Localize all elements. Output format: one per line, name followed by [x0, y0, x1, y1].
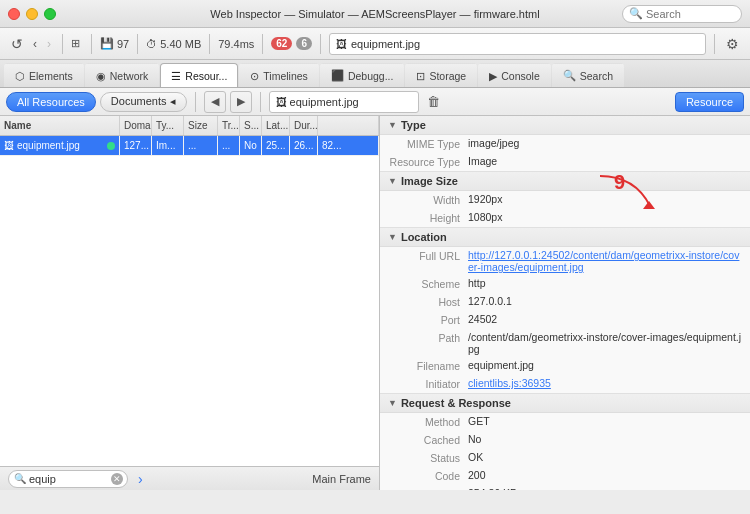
- tab-storage[interactable]: ⊡ Storage: [405, 63, 477, 87]
- tab-network[interactable]: ◉ Network: [85, 63, 160, 87]
- row-height: Height 1080px: [380, 209, 750, 227]
- section-location-header[interactable]: ▼ Location: [380, 228, 750, 247]
- tab-timelines[interactable]: ⊙ Timelines: [239, 63, 319, 87]
- delete-btn[interactable]: 🗑: [427, 94, 440, 109]
- separator3: [137, 34, 138, 54]
- section-image-size: ▼ Image Size Width 1920px Height 1080px: [380, 172, 750, 228]
- cell-status: No: [240, 136, 262, 155]
- cell-rest: 82...: [318, 136, 379, 155]
- row-encoded: Encoded 254.36 KB: [380, 485, 750, 490]
- table-body: 🖼 equipment.jpg 127... Im... ... ... No …: [0, 136, 379, 466]
- prev-btn[interactable]: ◀: [204, 91, 226, 113]
- col-transferred: Tr...: [218, 116, 240, 135]
- table-header: Name Doma... Ty... Size Tr... S... Lat..…: [0, 116, 379, 136]
- sub-toolbar: All Resources Documents ◂ ◀ ▶ 🖼 equipmen…: [0, 88, 750, 116]
- left-panel: Name Doma... Ty... Size Tr... S... Lat..…: [0, 116, 380, 490]
- warning-badge: 6: [296, 37, 312, 50]
- filter-wrapper: 🔍 ✕: [8, 470, 128, 488]
- sub-url-bar: 🖼 equipment.jpg: [269, 91, 419, 113]
- elements-icon: ⬡: [15, 70, 25, 82]
- row-scheme: Scheme http: [380, 275, 750, 293]
- status-dot: [107, 142, 115, 150]
- section-image-size-header[interactable]: ▼ Image Size: [380, 172, 750, 191]
- table-row[interactable]: 🖼 equipment.jpg 127... Im... ... ... No …: [0, 136, 379, 156]
- expand-btn[interactable]: ›: [134, 471, 147, 487]
- window-title: Web Inspector — Simulator — AEMScreensPl…: [210, 8, 539, 20]
- close-button[interactable]: [8, 8, 20, 20]
- row-full-url: Full URL http://127.0.0.1:24502/content/…: [380, 247, 750, 275]
- next-btn[interactable]: ▶: [230, 91, 252, 113]
- sub-sep2: [260, 92, 261, 112]
- error-stat: 62: [271, 37, 292, 50]
- memory-icon: 💾: [100, 37, 114, 50]
- resource-btn[interactable]: Resource: [675, 92, 744, 112]
- forward-button[interactable]: ›: [44, 37, 54, 51]
- request-count: ⊞: [71, 37, 83, 50]
- filter-icon: 🔍: [14, 473, 26, 484]
- main-content: Name Doma... Ty... Size Tr... S... Lat..…: [0, 116, 750, 490]
- settings-button[interactable]: ⚙: [723, 36, 742, 52]
- section-type-header[interactable]: ▼ Type: [380, 116, 750, 135]
- row-mime-type: MIME Type image/jpeg: [380, 135, 750, 153]
- right-panel: ▼ Type MIME Type image/jpeg Resource Typ…: [380, 116, 750, 490]
- error-badge: 62: [271, 37, 292, 50]
- title-search-box[interactable]: 🔍: [622, 5, 742, 23]
- filter-input[interactable]: [8, 470, 128, 488]
- main-toolbar: ↺ ‹ › ⊞ 💾 97 ⏱ 5.40 MB 79.4ms 62 6 🖼 equ…: [0, 28, 750, 60]
- row-code: Code 200: [380, 467, 750, 485]
- row-cached: Cached No: [380, 431, 750, 449]
- url-bar: 🖼 equipment.jpg: [329, 33, 706, 55]
- col-status: S...: [240, 116, 262, 135]
- count-stat: 79.4ms: [218, 38, 254, 50]
- cell-type: Im...: [152, 136, 184, 155]
- sub-file-icon: 🖼: [276, 96, 287, 108]
- reload-button[interactable]: ↺: [8, 36, 26, 52]
- section-request-response: ▼ Request & Response Method GET Cached N…: [380, 394, 750, 490]
- title-search-input[interactable]: [646, 8, 735, 20]
- minimize-button[interactable]: [26, 8, 38, 20]
- memory-stat: 💾 97: [100, 37, 129, 50]
- time-stat: ⏱ 5.40 MB: [146, 38, 201, 50]
- section-req-resp-header[interactable]: ▼ Request & Response: [380, 394, 750, 413]
- col-rest: [318, 116, 379, 135]
- title-bar: Web Inspector — Simulator — AEMScreensPl…: [0, 0, 750, 28]
- console-icon: ▶: [489, 70, 497, 82]
- tab-console[interactable]: ▶ Console: [478, 63, 551, 87]
- maximize-button[interactable]: [44, 8, 56, 20]
- row-resource-type: Resource Type Image: [380, 153, 750, 171]
- title-search-icon: 🔍: [629, 7, 643, 20]
- row-filename: Filename equipment.jpg: [380, 357, 750, 375]
- section-image-size-arrow: ▼: [388, 176, 397, 186]
- main-frame-label: Main Frame: [312, 473, 371, 485]
- warning-stat: 6: [296, 37, 312, 50]
- storage-icon: ⊡: [416, 70, 425, 82]
- section-type: ▼ Type MIME Type image/jpeg Resource Typ…: [380, 116, 750, 172]
- all-resources-btn[interactable]: All Resources: [6, 92, 96, 112]
- tab-debugger[interactable]: ⬛ Debugg...: [320, 63, 405, 87]
- debugger-icon: ⬛: [331, 69, 344, 82]
- row-host: Host 127.0.0.1: [380, 293, 750, 311]
- documents-btn[interactable]: Documents ◂: [100, 92, 187, 112]
- sub-sep: [195, 92, 196, 112]
- tab-search[interactable]: 🔍 Search: [552, 63, 624, 87]
- cell-size: ...: [184, 136, 218, 155]
- section-location-arrow: ▼: [388, 232, 397, 242]
- filter-clear-btn[interactable]: ✕: [111, 473, 123, 485]
- cell-name: 🖼 equipment.jpg: [0, 136, 120, 155]
- jpg-icon: 🖼: [4, 140, 14, 151]
- row-method: Method GET: [380, 413, 750, 431]
- row-port: Port 24502: [380, 311, 750, 329]
- network-icon: ◉: [96, 70, 106, 82]
- back-button[interactable]: ‹: [30, 37, 40, 51]
- col-domain: Doma...: [120, 116, 152, 135]
- separator4: [209, 34, 210, 54]
- timelines-icon: ⊙: [250, 70, 259, 82]
- cell-transferred: ...: [218, 136, 240, 155]
- row-width: Width 1920px: [380, 191, 750, 209]
- cell-duration: 26...: [290, 136, 318, 155]
- tab-elements[interactable]: ⬡ Elements: [4, 63, 84, 87]
- separator6: [320, 34, 321, 54]
- tab-resources[interactable]: ☰ Resour...: [160, 63, 238, 87]
- file-icon-small: 🖼: [336, 38, 347, 50]
- col-latency: Lat...: [262, 116, 290, 135]
